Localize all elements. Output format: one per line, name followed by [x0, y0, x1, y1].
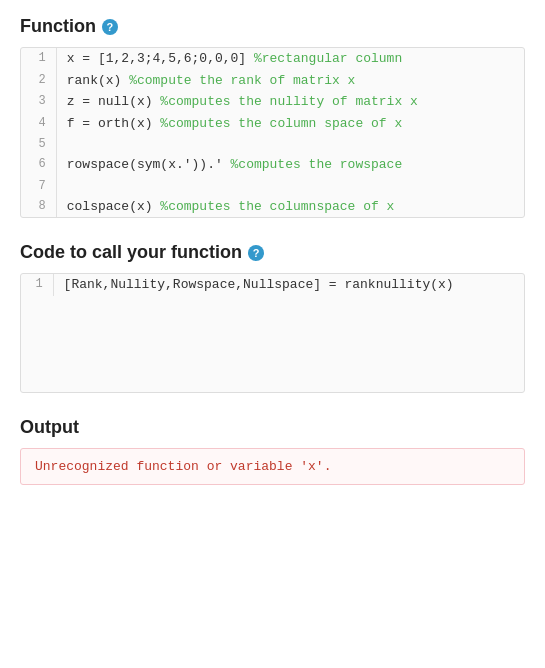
function-code-table: 1x = [1,2,3;4,5,6;0,0,0] %rectangular co…: [21, 48, 524, 217]
output-section: Output Unrecognized function or variable…: [20, 417, 525, 485]
code-span: x = [1,2,3;4,5,6;0,0,0]: [67, 51, 254, 66]
table-row: 1x = [1,2,3;4,5,6;0,0,0] %rectangular co…: [21, 48, 524, 70]
table-row: 2rank(x) %compute the rank of matrix x: [21, 70, 524, 92]
code-span: colspace(x): [67, 199, 161, 214]
output-box: Unrecognized function or variable 'x'.: [20, 448, 525, 485]
line-number: 8: [21, 196, 56, 218]
line-number: 2: [21, 70, 56, 92]
line-number: 7: [21, 176, 56, 196]
table-row: 5: [21, 134, 524, 154]
code-span: f = orth(x): [67, 116, 161, 131]
code-span: %compute the rank of matrix x: [129, 73, 355, 88]
line-code: [56, 176, 524, 196]
code-span: z = null(x): [67, 94, 161, 109]
table-row: 1[Rank,Nullity,Rowspace,Nullspace] = ran…: [21, 274, 524, 296]
function-help-icon[interactable]: ?: [102, 19, 118, 35]
line-code: rowspace(sym(x.')).' %computes the rowsp…: [56, 154, 524, 176]
line-number: 5: [21, 134, 56, 154]
output-error-text: Unrecognized function or variable 'x'.: [35, 459, 331, 474]
table-row: 3z = null(x) %computes the nullity of ma…: [21, 91, 524, 113]
code-span: %computes the nullity of matrix x: [160, 94, 417, 109]
line-code: f = orth(x) %computes the column space o…: [56, 113, 524, 135]
table-row: 4f = orth(x) %computes the column space …: [21, 113, 524, 135]
table-row: 6rowspace(sym(x.')).' %computes the rows…: [21, 154, 524, 176]
function-code-block: 1x = [1,2,3;4,5,6;0,0,0] %rectangular co…: [20, 47, 525, 218]
line-number: 3: [21, 91, 56, 113]
code-span: %computes the column space of x: [160, 116, 402, 131]
line-number: 1: [21, 274, 53, 296]
function-title: Function: [20, 16, 96, 37]
line-code: x = [1,2,3;4,5,6;0,0,0] %rectangular col…: [56, 48, 524, 70]
call-code-table: 1[Rank,Nullity,Rowspace,Nullspace] = ran…: [21, 274, 524, 296]
line-number: 6: [21, 154, 56, 176]
code-span: rowspace(sym(x.')).': [67, 157, 231, 172]
output-title: Output: [20, 417, 79, 438]
line-number: 1: [21, 48, 56, 70]
line-number: 4: [21, 113, 56, 135]
output-heading: Output: [20, 417, 525, 438]
table-row: 8colspace(x) %computes the columnspace o…: [21, 196, 524, 218]
code-span: %computes the rowspace: [231, 157, 403, 172]
line-code: [56, 134, 524, 154]
function-heading: Function ?: [20, 16, 525, 37]
code-span: rank(x): [67, 73, 129, 88]
call-title: Code to call your function: [20, 242, 242, 263]
code-span: %computes the columnspace of x: [160, 199, 394, 214]
table-row: 7: [21, 176, 524, 196]
code-span: [Rank,Nullity,Rowspace,Nullspace] = rank…: [64, 277, 454, 292]
line-code: z = null(x) %computes the nullity of mat…: [56, 91, 524, 113]
function-section: Function ? 1x = [1,2,3;4,5,6;0,0,0] %rec…: [20, 16, 525, 218]
call-heading: Code to call your function ?: [20, 242, 525, 263]
line-code: [Rank,Nullity,Rowspace,Nullspace] = rank…: [53, 274, 524, 296]
call-section: Code to call your function ? 1[Rank,Null…: [20, 242, 525, 393]
line-code: rank(x) %compute the rank of matrix x: [56, 70, 524, 92]
line-code: colspace(x) %computes the columnspace of…: [56, 196, 524, 218]
code-span: %rectangular column: [254, 51, 402, 66]
call-code-block: 1[Rank,Nullity,Rowspace,Nullspace] = ran…: [20, 273, 525, 393]
call-help-icon[interactable]: ?: [248, 245, 264, 261]
